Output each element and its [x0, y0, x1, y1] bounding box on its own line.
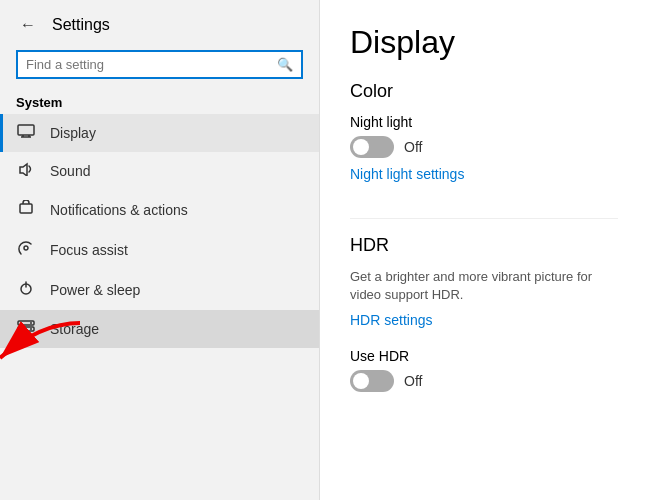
sidebar-item-focus[interactable]: Focus assist: [0, 230, 319, 270]
color-section-title: Color: [350, 81, 618, 102]
sidebar-header: ← Settings: [0, 0, 319, 46]
use-hdr-label: Use HDR: [350, 348, 618, 364]
back-button[interactable]: ←: [16, 14, 40, 36]
section-divider: [350, 218, 618, 219]
hdr-section-title: HDR: [350, 235, 618, 256]
sound-icon: [16, 162, 36, 180]
svg-rect-0: [18, 125, 34, 135]
sidebar-item-power[interactable]: Power & sleep: [0, 270, 319, 310]
power-icon: [16, 280, 36, 300]
sidebar-title: Settings: [52, 16, 110, 34]
sidebar-item-sound[interactable]: Sound: [0, 152, 319, 190]
main-content: Display Color Night light Off Night ligh…: [320, 0, 648, 500]
sidebar-item-notifications-label: Notifications & actions: [50, 202, 188, 218]
notifications-icon: [16, 200, 36, 220]
sidebar-item-notifications[interactable]: Notifications & actions: [0, 190, 319, 230]
use-hdr-toggle[interactable]: [350, 370, 394, 392]
use-hdr-toggle-row: Off: [350, 370, 618, 392]
night-light-toggle[interactable]: [350, 136, 394, 158]
sidebar: ← Settings 🔍 System Display Sound Notifi…: [0, 0, 320, 500]
night-light-toggle-label: Off: [404, 139, 422, 155]
focus-icon: [16, 240, 36, 260]
page-title: Display: [350, 24, 618, 61]
night-light-settings-link[interactable]: Night light settings: [350, 166, 464, 182]
night-light-toggle-row: Off: [350, 136, 618, 158]
sidebar-item-storage-label: Storage: [50, 321, 99, 337]
svg-rect-4: [20, 204, 32, 213]
search-box[interactable]: 🔍: [16, 50, 303, 79]
sidebar-item-display-label: Display: [50, 125, 96, 141]
sidebar-item-sound-label: Sound: [50, 163, 90, 179]
sidebar-section-label: System: [0, 89, 319, 114]
sidebar-item-focus-label: Focus assist: [50, 242, 128, 258]
hdr-settings-link[interactable]: HDR settings: [350, 312, 432, 328]
svg-point-10: [30, 322, 32, 324]
display-icon: [16, 124, 36, 142]
use-hdr-toggle-label: Off: [404, 373, 422, 389]
sidebar-item-power-label: Power & sleep: [50, 282, 140, 298]
sidebar-item-storage[interactable]: Storage: [0, 310, 319, 348]
svg-point-11: [30, 328, 32, 330]
sidebar-item-display[interactable]: Display: [0, 114, 319, 152]
storage-icon: [16, 320, 36, 338]
hdr-description: Get a brighter and more vibrant picture …: [350, 268, 618, 304]
search-icon: 🔍: [277, 57, 293, 72]
night-light-label: Night light: [350, 114, 618, 130]
search-input[interactable]: [26, 57, 271, 72]
svg-point-5: [24, 246, 28, 250]
